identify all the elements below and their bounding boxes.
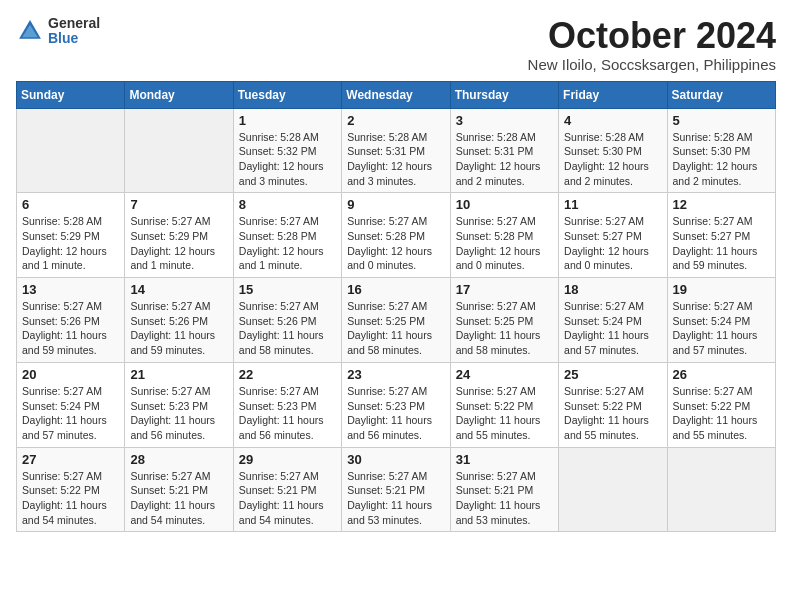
cell-info: Sunrise: 5:27 AM Sunset: 5:22 PM Dayligh… bbox=[22, 469, 119, 528]
calendar-cell: 9Sunrise: 5:27 AM Sunset: 5:28 PM Daylig… bbox=[342, 193, 450, 278]
cell-day-number: 27 bbox=[22, 452, 119, 467]
calendar-cell: 6Sunrise: 5:28 AM Sunset: 5:29 PM Daylig… bbox=[17, 193, 125, 278]
title-block: October 2024 New Iloilo, Soccsksargen, P… bbox=[528, 16, 776, 73]
cell-day-number: 5 bbox=[673, 113, 770, 128]
calendar-cell: 1Sunrise: 5:28 AM Sunset: 5:32 PM Daylig… bbox=[233, 108, 341, 193]
day-header-wednesday: Wednesday bbox=[342, 81, 450, 108]
cell-day-number: 31 bbox=[456, 452, 553, 467]
cell-info: Sunrise: 5:27 AM Sunset: 5:29 PM Dayligh… bbox=[130, 214, 227, 273]
cell-info: Sunrise: 5:27 AM Sunset: 5:27 PM Dayligh… bbox=[564, 214, 661, 273]
calendar-cell: 3Sunrise: 5:28 AM Sunset: 5:31 PM Daylig… bbox=[450, 108, 558, 193]
logo-text: General Blue bbox=[48, 16, 100, 47]
cell-day-number: 2 bbox=[347, 113, 444, 128]
cell-info: Sunrise: 5:27 AM Sunset: 5:23 PM Dayligh… bbox=[130, 384, 227, 443]
day-header-saturday: Saturday bbox=[667, 81, 775, 108]
cell-info: Sunrise: 5:27 AM Sunset: 5:22 PM Dayligh… bbox=[564, 384, 661, 443]
calendar-cell: 31Sunrise: 5:27 AM Sunset: 5:21 PM Dayli… bbox=[450, 447, 558, 532]
calendar-cell: 14Sunrise: 5:27 AM Sunset: 5:26 PM Dayli… bbox=[125, 278, 233, 363]
logo-icon bbox=[16, 17, 44, 45]
calendar-week-1: 1Sunrise: 5:28 AM Sunset: 5:32 PM Daylig… bbox=[17, 108, 776, 193]
calendar-cell: 8Sunrise: 5:27 AM Sunset: 5:28 PM Daylig… bbox=[233, 193, 341, 278]
cell-day-number: 30 bbox=[347, 452, 444, 467]
calendar-body: 1Sunrise: 5:28 AM Sunset: 5:32 PM Daylig… bbox=[17, 108, 776, 532]
cell-day-number: 24 bbox=[456, 367, 553, 382]
day-header-tuesday: Tuesday bbox=[233, 81, 341, 108]
location-subtitle: New Iloilo, Soccsksargen, Philippines bbox=[528, 56, 776, 73]
cell-info: Sunrise: 5:28 AM Sunset: 5:30 PM Dayligh… bbox=[564, 130, 661, 189]
cell-day-number: 29 bbox=[239, 452, 336, 467]
cell-day-number: 16 bbox=[347, 282, 444, 297]
calendar-cell: 29Sunrise: 5:27 AM Sunset: 5:21 PM Dayli… bbox=[233, 447, 341, 532]
cell-day-number: 18 bbox=[564, 282, 661, 297]
cell-info: Sunrise: 5:27 AM Sunset: 5:28 PM Dayligh… bbox=[347, 214, 444, 273]
calendar-week-2: 6Sunrise: 5:28 AM Sunset: 5:29 PM Daylig… bbox=[17, 193, 776, 278]
cell-day-number: 15 bbox=[239, 282, 336, 297]
cell-info: Sunrise: 5:27 AM Sunset: 5:26 PM Dayligh… bbox=[239, 299, 336, 358]
calendar-header: SundayMondayTuesdayWednesdayThursdayFrid… bbox=[17, 81, 776, 108]
calendar-cell bbox=[17, 108, 125, 193]
cell-info: Sunrise: 5:27 AM Sunset: 5:28 PM Dayligh… bbox=[456, 214, 553, 273]
calendar-cell: 19Sunrise: 5:27 AM Sunset: 5:24 PM Dayli… bbox=[667, 278, 775, 363]
calendar-cell: 4Sunrise: 5:28 AM Sunset: 5:30 PM Daylig… bbox=[559, 108, 667, 193]
cell-info: Sunrise: 5:28 AM Sunset: 5:29 PM Dayligh… bbox=[22, 214, 119, 273]
cell-day-number: 1 bbox=[239, 113, 336, 128]
cell-info: Sunrise: 5:27 AM Sunset: 5:22 PM Dayligh… bbox=[456, 384, 553, 443]
cell-info: Sunrise: 5:27 AM Sunset: 5:24 PM Dayligh… bbox=[22, 384, 119, 443]
cell-info: Sunrise: 5:28 AM Sunset: 5:31 PM Dayligh… bbox=[456, 130, 553, 189]
calendar-week-3: 13Sunrise: 5:27 AM Sunset: 5:26 PM Dayli… bbox=[17, 278, 776, 363]
cell-info: Sunrise: 5:27 AM Sunset: 5:23 PM Dayligh… bbox=[347, 384, 444, 443]
day-header-friday: Friday bbox=[559, 81, 667, 108]
cell-info: Sunrise: 5:27 AM Sunset: 5:26 PM Dayligh… bbox=[22, 299, 119, 358]
calendar-cell: 16Sunrise: 5:27 AM Sunset: 5:25 PM Dayli… bbox=[342, 278, 450, 363]
cell-info: Sunrise: 5:27 AM Sunset: 5:21 PM Dayligh… bbox=[456, 469, 553, 528]
cell-day-number: 19 bbox=[673, 282, 770, 297]
logo: General Blue bbox=[16, 16, 100, 47]
month-title: October 2024 bbox=[528, 16, 776, 56]
header-row: SundayMondayTuesdayWednesdayThursdayFrid… bbox=[17, 81, 776, 108]
calendar-cell bbox=[559, 447, 667, 532]
calendar-cell: 12Sunrise: 5:27 AM Sunset: 5:27 PM Dayli… bbox=[667, 193, 775, 278]
cell-day-number: 22 bbox=[239, 367, 336, 382]
cell-day-number: 11 bbox=[564, 197, 661, 212]
cell-info: Sunrise: 5:28 AM Sunset: 5:30 PM Dayligh… bbox=[673, 130, 770, 189]
cell-day-number: 21 bbox=[130, 367, 227, 382]
cell-info: Sunrise: 5:27 AM Sunset: 5:25 PM Dayligh… bbox=[456, 299, 553, 358]
calendar-cell: 15Sunrise: 5:27 AM Sunset: 5:26 PM Dayli… bbox=[233, 278, 341, 363]
calendar-cell: 24Sunrise: 5:27 AM Sunset: 5:22 PM Dayli… bbox=[450, 362, 558, 447]
logo-general-label: General bbox=[48, 16, 100, 31]
cell-day-number: 4 bbox=[564, 113, 661, 128]
calendar-cell: 20Sunrise: 5:27 AM Sunset: 5:24 PM Dayli… bbox=[17, 362, 125, 447]
calendar-cell: 26Sunrise: 5:27 AM Sunset: 5:22 PM Dayli… bbox=[667, 362, 775, 447]
calendar-cell bbox=[667, 447, 775, 532]
day-header-sunday: Sunday bbox=[17, 81, 125, 108]
cell-info: Sunrise: 5:27 AM Sunset: 5:28 PM Dayligh… bbox=[239, 214, 336, 273]
calendar-cell: 30Sunrise: 5:27 AM Sunset: 5:21 PM Dayli… bbox=[342, 447, 450, 532]
calendar-week-5: 27Sunrise: 5:27 AM Sunset: 5:22 PM Dayli… bbox=[17, 447, 776, 532]
cell-day-number: 25 bbox=[564, 367, 661, 382]
cell-info: Sunrise: 5:27 AM Sunset: 5:24 PM Dayligh… bbox=[564, 299, 661, 358]
calendar-cell: 5Sunrise: 5:28 AM Sunset: 5:30 PM Daylig… bbox=[667, 108, 775, 193]
cell-day-number: 13 bbox=[22, 282, 119, 297]
calendar-cell: 28Sunrise: 5:27 AM Sunset: 5:21 PM Dayli… bbox=[125, 447, 233, 532]
cell-day-number: 20 bbox=[22, 367, 119, 382]
cell-day-number: 8 bbox=[239, 197, 336, 212]
cell-info: Sunrise: 5:27 AM Sunset: 5:23 PM Dayligh… bbox=[239, 384, 336, 443]
calendar-cell: 7Sunrise: 5:27 AM Sunset: 5:29 PM Daylig… bbox=[125, 193, 233, 278]
cell-info: Sunrise: 5:27 AM Sunset: 5:25 PM Dayligh… bbox=[347, 299, 444, 358]
page-header: General Blue October 2024 New Iloilo, So… bbox=[16, 16, 776, 73]
calendar-cell: 27Sunrise: 5:27 AM Sunset: 5:22 PM Dayli… bbox=[17, 447, 125, 532]
cell-day-number: 9 bbox=[347, 197, 444, 212]
calendar-cell: 21Sunrise: 5:27 AM Sunset: 5:23 PM Dayli… bbox=[125, 362, 233, 447]
calendar-cell: 18Sunrise: 5:27 AM Sunset: 5:24 PM Dayli… bbox=[559, 278, 667, 363]
cell-day-number: 10 bbox=[456, 197, 553, 212]
cell-info: Sunrise: 5:27 AM Sunset: 5:21 PM Dayligh… bbox=[130, 469, 227, 528]
day-header-thursday: Thursday bbox=[450, 81, 558, 108]
calendar-cell: 17Sunrise: 5:27 AM Sunset: 5:25 PM Dayli… bbox=[450, 278, 558, 363]
cell-info: Sunrise: 5:27 AM Sunset: 5:21 PM Dayligh… bbox=[239, 469, 336, 528]
calendar-cell: 11Sunrise: 5:27 AM Sunset: 5:27 PM Dayli… bbox=[559, 193, 667, 278]
cell-day-number: 26 bbox=[673, 367, 770, 382]
cell-info: Sunrise: 5:27 AM Sunset: 5:21 PM Dayligh… bbox=[347, 469, 444, 528]
calendar-table: SundayMondayTuesdayWednesdayThursdayFrid… bbox=[16, 81, 776, 533]
cell-day-number: 12 bbox=[673, 197, 770, 212]
day-header-monday: Monday bbox=[125, 81, 233, 108]
